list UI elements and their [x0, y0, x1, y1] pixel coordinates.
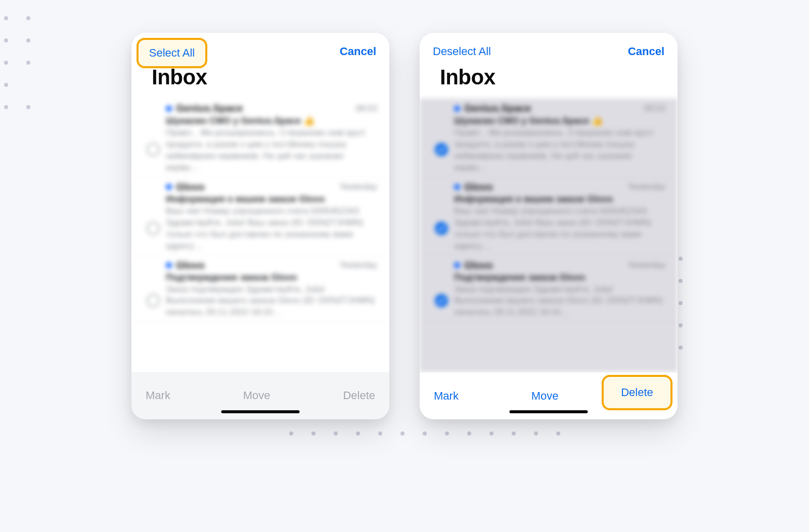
checkbox-checked-icon[interactable]	[435, 294, 448, 307]
email-time: Yesterday	[339, 260, 377, 270]
checkbox-empty-icon[interactable]	[147, 143, 160, 156]
email-subject: Шукаємо CMO у Genius.Space 👍	[454, 115, 665, 126]
mark-button[interactable]: Mark	[434, 390, 459, 403]
email-row[interactable]: Glovo Yesterday Подтверждение заказа Glo…	[131, 256, 389, 322]
email-sender: Glovo	[464, 181, 493, 193]
email-time: 08:53	[355, 104, 377, 114]
cancel-button[interactable]: Cancel	[628, 45, 664, 58]
email-preview: Заказ подтвержден Здравствуйте, Julia! В…	[166, 284, 377, 319]
unread-dot-icon	[166, 106, 172, 112]
delete-button: Delete	[343, 389, 375, 402]
email-time: Yesterday	[339, 182, 377, 192]
email-sender: Glovo	[464, 260, 493, 271]
email-subject: Шукаємо CMO у Genius.Space 👍	[166, 115, 377, 126]
bottom-toolbar: Mark Move Delete	[131, 372, 389, 419]
checkbox-empty-icon[interactable]	[147, 294, 160, 307]
email-preview: Привіт, . Ми розширюємось. Створюємо нов…	[166, 127, 377, 174]
email-preview: Ваш чек! Номер упрощенного счета 5005452…	[166, 206, 377, 252]
bottom-toolbar: Mark Move Delete	[420, 372, 678, 419]
cancel-button[interactable]: Cancel	[340, 45, 376, 58]
mark-button: Mark	[146, 389, 170, 402]
email-sender: Genius.Space	[464, 103, 531, 114]
email-row[interactable]: Genius.Space 08:53 Шукаємо CMO у Genius.…	[131, 99, 389, 177]
email-list[interactable]: Genius.Space 08:53 Шукаємо CMO у Genius.…	[131, 99, 389, 372]
move-button[interactable]: Move	[531, 390, 559, 403]
email-subject: Информация о вашем заказе Glovo	[166, 194, 377, 205]
unread-dot-icon	[454, 184, 460, 190]
email-preview: Привіт, . Ми розширюємось. Створюємо нов…	[454, 127, 665, 174]
email-preview: Ваш чек! Номер упрощенного счета 5005452…	[454, 206, 665, 252]
home-indicator-icon	[221, 410, 300, 413]
email-subject: Информация о вашем заказе Glovo	[454, 194, 665, 205]
email-sender: Genius.Space	[176, 103, 243, 114]
home-indicator-icon	[510, 410, 588, 413]
phone-right: Deselect All Cancel Inbox Genius.Space 0…	[420, 33, 678, 419]
inbox-title: Inbox	[131, 63, 389, 99]
deselect-all-button[interactable]: Deselect All	[433, 45, 491, 58]
checkbox-checked-icon[interactable]	[435, 143, 448, 156]
phone-left: Select All Select All Cancel Inbox Geniu…	[131, 33, 389, 419]
email-time: Yesterday	[627, 260, 665, 270]
move-button: Move	[243, 389, 271, 402]
checkbox-empty-icon[interactable]	[147, 222, 160, 235]
checkbox-checked-icon[interactable]	[435, 222, 448, 235]
email-preview: Заказ подтвержден Здравствуйте, Julia! В…	[454, 284, 665, 319]
email-time: Yesterday	[627, 182, 665, 192]
email-sender: Glovo	[176, 260, 205, 271]
email-sender: Glovo	[176, 181, 205, 193]
email-time: 08:53	[644, 104, 665, 114]
unread-dot-icon	[166, 262, 172, 268]
email-row[interactable]: Glovo Yesterday Подтверждение заказа Glo…	[420, 256, 678, 322]
email-subject: Подтверждение заказа Glovo	[454, 272, 665, 283]
unread-dot-icon	[454, 106, 460, 112]
email-list[interactable]: Genius.Space 08:53 Шукаємо CMO у Genius.…	[420, 99, 678, 372]
inbox-title: Inbox	[420, 63, 678, 99]
email-row[interactable]: Glovo Yesterday Информация о вашем заказ…	[131, 177, 389, 256]
email-row[interactable]: Glovo Yesterday Информация о вашем заказ…	[420, 177, 678, 256]
email-row[interactable]: Genius.Space 08:53 Шукаємо CMO у Genius.…	[420, 99, 678, 177]
email-subject: Подтверждение заказа Glovo	[166, 272, 377, 283]
unread-dot-icon	[166, 184, 172, 190]
unread-dot-icon	[454, 262, 460, 268]
